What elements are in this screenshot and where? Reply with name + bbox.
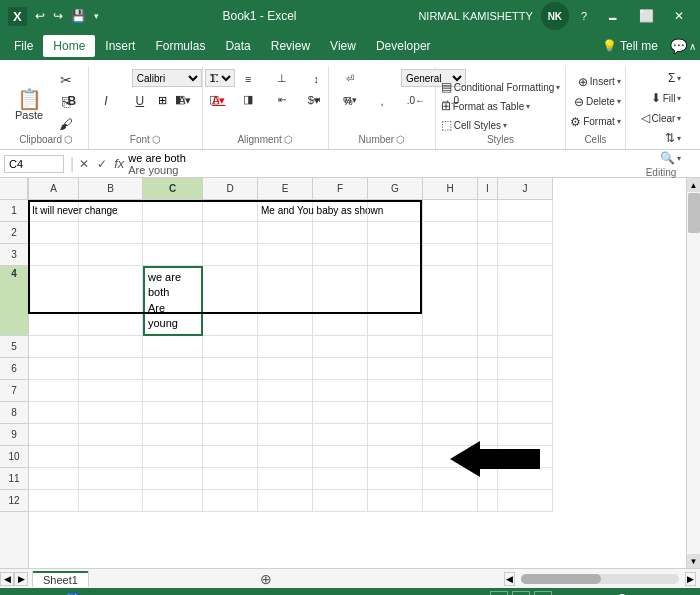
cell-d6[interactable] [203,358,258,380]
row-header-9[interactable]: 9 [0,424,28,446]
cell-a11[interactable] [29,468,79,490]
format-as-table-button[interactable]: ⊞ Format as Table ▾ [436,97,536,115]
cell-g10[interactable] [368,446,423,468]
cell-e7[interactable] [258,380,313,402]
add-sheet-button[interactable]: ⊕ [256,571,276,587]
undo-button[interactable]: ↩ [33,8,47,24]
confirm-formula-button[interactable]: ✓ [94,156,110,172]
prev-sheet-button[interactable]: ◀ [0,572,14,586]
italic-button[interactable]: I [90,92,122,110]
cell-h9[interactable] [423,424,478,446]
row-header-6[interactable]: 6 [0,358,28,380]
cell-h11[interactable] [423,468,478,490]
cell-e8[interactable] [258,402,313,424]
comma-button[interactable]: , [366,91,398,110]
cell-c12[interactable] [143,490,203,512]
col-header-d[interactable]: D [203,178,258,200]
cell-a4[interactable] [29,266,79,336]
cell-i6[interactable] [478,358,498,380]
cell-d8[interactable] [203,402,258,424]
close-button[interactable]: ✕ [666,0,692,32]
cell-j9[interactable] [498,424,553,446]
cell-b12[interactable] [79,490,143,512]
cell-j2[interactable] [498,222,553,244]
insert-cells-button[interactable]: ⊕ Insert▾ [573,73,626,91]
menu-insert[interactable]: Insert [95,35,145,57]
cell-i4[interactable] [478,266,498,336]
cell-g11[interactable] [368,468,423,490]
cell-c9[interactable] [143,424,203,446]
cell-f12[interactable] [313,490,368,512]
sort-filter-button[interactable]: ⇅ ▾ [660,129,686,147]
col-header-i[interactable]: I [478,178,498,200]
cell-a8[interactable] [29,402,79,424]
minimize-button[interactable]: 🗕 [599,0,627,32]
cell-c8[interactable] [143,402,203,424]
row-header-8[interactable]: 8 [0,402,28,424]
cell-j6[interactable] [498,358,553,380]
row-header-5[interactable]: 5 [0,336,28,358]
tell-me-button[interactable]: 💡 Tell me [592,35,668,57]
menu-developer[interactable]: Developer [366,35,441,57]
row-header-4[interactable]: 4 [0,266,28,336]
cell-b11[interactable] [79,468,143,490]
cell-i10[interactable] [478,446,498,468]
clear-button[interactable]: ◁ Clear▾ [636,109,687,127]
percent-button[interactable]: % [332,91,364,110]
cell-h1[interactable] [423,200,478,222]
vertical-scrollbar[interactable]: ▲ ▼ [686,178,700,568]
cell-c2[interactable] [143,222,203,244]
cell-g6[interactable] [368,358,423,380]
cell-e3[interactable] [258,244,313,266]
cell-j12[interactable] [498,490,553,512]
col-header-h[interactable]: H [423,178,478,200]
cell-a7[interactable] [29,380,79,402]
col-header-j[interactable]: J [498,178,553,200]
cell-b5[interactable] [79,336,143,358]
number-expand-icon[interactable]: ⬡ [396,134,405,145]
cell-c3[interactable] [143,244,203,266]
cell-g4[interactable] [368,266,423,336]
sheet-tab-sheet1[interactable]: Sheet1 [32,571,89,587]
autosum-button[interactable]: Σ ▾ [663,69,686,87]
cell-i1[interactable] [478,200,498,222]
clipboard-expand-icon[interactable]: ⬡ [64,134,73,145]
col-header-g[interactable]: G [368,178,423,200]
cell-e11[interactable] [258,468,313,490]
cell-e2[interactable] [258,222,313,244]
cell-i11[interactable] [478,468,498,490]
align-center-button[interactable]: ◫ [198,90,230,109]
col-header-f[interactable]: F [313,178,368,200]
cell-g1[interactable] [368,200,423,222]
cell-g7[interactable] [368,380,423,402]
underline-button[interactable]: U [124,92,156,110]
next-sheet-button[interactable]: ▶ [14,572,28,586]
cell-d11[interactable] [203,468,258,490]
cell-b10[interactable] [79,446,143,468]
user-avatar[interactable]: NK [541,2,569,30]
hscroll-thumb[interactable] [521,574,601,584]
cell-c1[interactable] [143,200,203,222]
cell-g3[interactable] [368,244,423,266]
cell-h12[interactable] [423,490,478,512]
cell-i8[interactable] [478,402,498,424]
cell-c11[interactable] [143,468,203,490]
cell-e4[interactable] [258,266,313,336]
cell-a6[interactable] [29,358,79,380]
fill-button[interactable]: ⬇ Fill▾ [646,89,687,107]
cell-g9[interactable] [368,424,423,446]
row-header-12[interactable]: 12 [0,490,28,512]
cell-i9[interactable] [478,424,498,446]
cell-j1[interactable] [498,200,553,222]
cell-a5[interactable] [29,336,79,358]
cell-a1[interactable]: It will never change [29,200,79,222]
row-header-10[interactable]: 10 [0,446,28,468]
cell-d7[interactable] [203,380,258,402]
cell-a12[interactable] [29,490,79,512]
cell-d12[interactable] [203,490,258,512]
cell-a9[interactable] [29,424,79,446]
decrease-indent-button[interactable]: ⇤ [266,90,298,109]
row-header-3[interactable]: 3 [0,244,28,266]
page-layout-button[interactable]: ▤ [512,591,530,595]
menu-file[interactable]: File [4,35,43,57]
